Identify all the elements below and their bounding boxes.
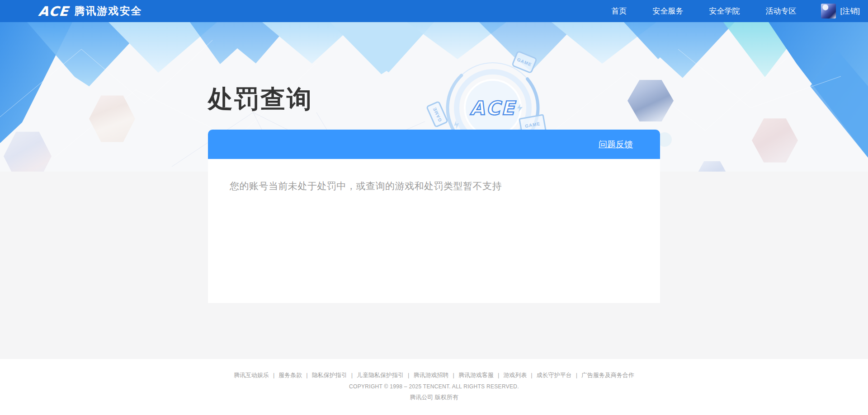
nav-item-home[interactable]: 首页 [612,6,627,16]
footer-separator: | [576,372,577,378]
top-navbar: ACE 腾讯游戏安全 首页 安全服务 安全学院 活动专区 [注销] [0,0,868,22]
footer-separator: | [273,372,274,378]
nav-links: 首页 安全服务 安全学院 活动专区 [612,6,797,16]
footer-separator: | [498,372,499,378]
query-result-card: 您的账号当前未处于处罚中，或查询的游戏和处罚类型暂不支持 [208,159,660,303]
brand[interactable]: ACE 腾讯游戏安全 [38,4,142,19]
query-panel-header: 问题反馈 [208,130,660,159]
footer-link-ads-business[interactable]: 广告服务及商务合作 [581,372,634,378]
footer-separator: | [453,372,454,378]
footer-separator: | [531,372,532,378]
game-tablet-label: GAME [516,57,533,67]
company-text: 腾讯公司 版权所有 [0,393,868,401]
footer-link-privacy[interactable]: 隐私保护指引 [312,372,347,378]
nav-item-security-services[interactable]: 安全服务 [653,6,684,16]
page-footer: 腾讯互动娱乐|服务条款|隐私保护指引|儿童隐私保护指引|腾讯游戏招聘|腾讯游戏客… [0,359,868,415]
ace-logo-icon: ACE [38,4,69,19]
user-avatar[interactable] [821,4,836,19]
footer-link-recruiting[interactable]: 腾讯游戏招聘 [414,372,449,378]
game-phone-label: GAME [432,106,443,122]
footer-link-tencent-games[interactable]: 腾讯互动娱乐 [234,372,269,378]
footer-link-game-list[interactable]: 游戏列表 [503,372,527,378]
footer-link-children-privacy[interactable]: 儿童隐私保护指引 [357,372,404,378]
nav-item-activity-zone[interactable]: 活动专区 [766,6,797,16]
game-monitor-label: GAME [524,121,540,129]
lightning-icon [516,104,524,112]
feedback-link[interactable]: 问题反馈 [599,139,633,150]
footer-separator: | [351,372,353,378]
svg-text:ACE: ACE [470,97,516,119]
page-title: 处罚查询 [208,83,313,116]
logout-link[interactable]: [注销] [840,6,860,16]
footer-separator: | [306,372,307,378]
brand-title: 腾讯游戏安全 [75,4,142,18]
copyright-text: COPYRIGHT © 1998 – 2025 TENCENT. ALL RIG… [0,383,868,390]
nav-item-security-academy[interactable]: 安全学院 [709,6,740,16]
footer-links: 腾讯互动娱乐|服务条款|隐私保护指引|儿童隐私保护指引|腾讯游戏招聘|腾讯游戏客… [0,371,868,379]
footer-link-terms[interactable]: 服务条款 [278,372,302,378]
punishment-query-panel: 问题反馈 您的账号当前未处于处罚中，或查询的游戏和处罚类型暂不支持 [208,130,660,303]
empty-result-message: 您的账号当前未处于处罚中，或查询的游戏和处罚类型暂不支持 [230,180,642,192]
footer-separator: | [408,372,409,378]
footer-link-customer-service[interactable]: 腾讯游戏客服 [458,372,494,378]
footer-link-growth-guard[interactable]: 成长守护平台 [537,372,572,378]
